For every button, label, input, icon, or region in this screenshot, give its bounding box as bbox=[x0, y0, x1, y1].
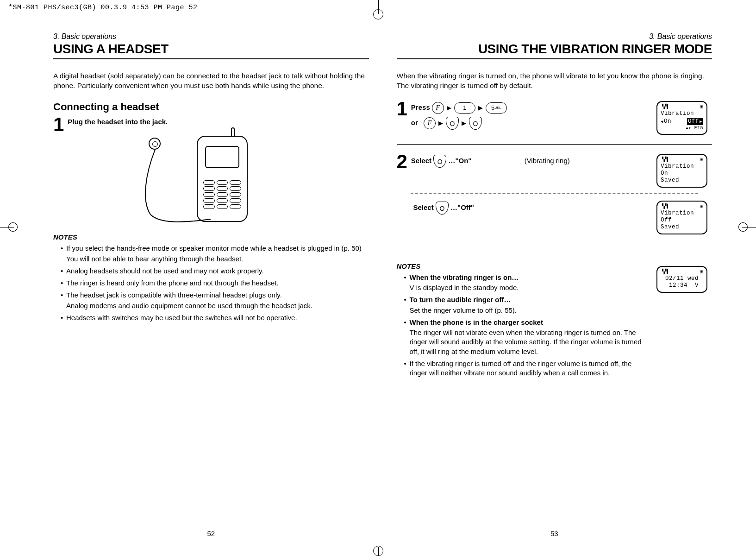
signal-icon: ▝▞▌ bbox=[661, 204, 670, 209]
note-item: The ringer is heard only from the phone … bbox=[61, 278, 369, 288]
note-bold: To turn the audible ringer off… bbox=[410, 296, 511, 303]
lcd-option-off: Off bbox=[687, 118, 703, 125]
chapter-label-left: 3. Basic operations bbox=[53, 32, 369, 41]
key-o-nav-icon: O bbox=[469, 117, 482, 130]
lcd-vibration-select: ▝▞▌▣ Vibration On Off ▲▾ F15 bbox=[656, 101, 707, 135]
lcd-line: 12:34 V bbox=[661, 282, 703, 289]
page-spread: 3. Basic operations USING A HEADSET A di… bbox=[39, 32, 726, 519]
chapter-label-right: 3. Basic operations bbox=[397, 32, 712, 41]
note-item: Analog headsets should not be used and m… bbox=[61, 266, 369, 276]
signal-icon: ▝▞▌ bbox=[661, 157, 670, 163]
note-detail: You will not be able to hear anything th… bbox=[66, 254, 369, 264]
lcd-line: Vibration bbox=[661, 110, 703, 117]
lcd-line: Off bbox=[661, 217, 703, 224]
lcd-line: Saved bbox=[661, 177, 703, 184]
page-number-left: 52 bbox=[207, 530, 215, 537]
battery-icon: ▣ bbox=[700, 104, 703, 110]
step-number: 1 bbox=[397, 101, 407, 117]
key-o-m-icon: O bbox=[436, 202, 449, 215]
note-item: When the vibrating ringer is on… V is di… bbox=[404, 273, 648, 293]
select-label: Select bbox=[413, 203, 434, 211]
note-detail: Set the ringer volume to off (p. 55). bbox=[410, 306, 648, 315]
notes-list-left: If you select the hands-free mode or spe… bbox=[53, 244, 369, 322]
lcd-line: 02/11 wed bbox=[661, 275, 703, 282]
note-item: The headset jack is compatible with thre… bbox=[61, 291, 369, 310]
key-1-icon: 1 bbox=[454, 102, 475, 114]
signal-icon: ▝▞▌ bbox=[661, 104, 670, 110]
subheading-left: Connecting a headset bbox=[53, 101, 369, 113]
arrow-right-icon: ▶ bbox=[478, 104, 483, 111]
updown-icon: ▲▾ bbox=[686, 126, 691, 131]
step-2-off: Select O …"Off" ▝▞▌▣ Vibration Off Saved bbox=[413, 201, 712, 234]
page-52: 3. Basic operations USING A HEADSET A di… bbox=[39, 32, 383, 519]
lcd-standby: ▝▞▌▣ 02/11 wed 12:34 V bbox=[656, 266, 707, 293]
intro-right: When the vibrating ringer is turned on, … bbox=[397, 71, 712, 91]
arrow-right-icon: ▶ bbox=[462, 120, 466, 126]
step-2-on: 2 Select O …"On" (Vibrating ring) ▝▞▌▣ V… bbox=[397, 154, 712, 188]
page-title-right: USING THE VIBRATION RINGER MODE bbox=[397, 42, 712, 59]
key-f-icon: F bbox=[432, 102, 444, 114]
notes-heading-left: NOTES bbox=[53, 233, 369, 241]
battery-icon: ▣ bbox=[700, 204, 703, 209]
lcd-option-on: On bbox=[661, 118, 671, 125]
note-item: If you select the hands-free mode or spe… bbox=[61, 244, 369, 264]
lcd-line: Vibration bbox=[661, 163, 703, 170]
lcd-vibration-off-saved: ▝▞▌▣ Vibration Off Saved bbox=[656, 201, 707, 234]
press-label: Press bbox=[411, 103, 430, 111]
crop-mark-top bbox=[369, 0, 387, 19]
divider bbox=[397, 144, 712, 145]
note-item: Headsets with switches may be used but t… bbox=[61, 313, 369, 322]
on-text: …"On" bbox=[448, 157, 471, 164]
print-header: *SM-801 PHS/sec3(GB) 00.3.9 4:53 PM Page… bbox=[8, 4, 198, 12]
page-title-left: USING A HEADSET bbox=[53, 42, 369, 59]
key-o-icon: O bbox=[433, 155, 446, 168]
note-detail: V is displayed in the standby mode. bbox=[410, 283, 648, 292]
battery-icon: ▣ bbox=[700, 269, 703, 275]
crop-mark-bottom bbox=[369, 542, 387, 556]
note-text: The headset jack is compatible with thre… bbox=[66, 291, 282, 299]
key-f-icon: F bbox=[424, 117, 436, 129]
arrow-right-icon: ▶ bbox=[438, 120, 443, 126]
dashed-divider bbox=[411, 193, 699, 194]
lcd-line: Vibration bbox=[661, 210, 703, 217]
key-o-m-icon: O bbox=[446, 117, 459, 130]
lcd-line: Saved bbox=[661, 224, 703, 231]
note-detail: Analog modems and audio equipment cannot… bbox=[66, 301, 369, 310]
signal-icon: ▝▞▌ bbox=[661, 269, 670, 275]
note-item: When the phone is in the charger socket … bbox=[404, 318, 648, 356]
crop-mark-right bbox=[737, 218, 756, 236]
note-detail: The ringer will not vibrate even when th… bbox=[410, 328, 648, 356]
page-number-right: 53 bbox=[550, 530, 558, 537]
battery-icon: ▣ bbox=[700, 157, 703, 163]
or-label: or bbox=[411, 119, 418, 126]
step-number: 1 bbox=[53, 117, 64, 133]
lcd-vibration-on-saved: ▝▞▌▣ Vibration On Saved bbox=[656, 154, 707, 188]
note-bold: When the phone is in the charger socket bbox=[410, 318, 543, 326]
step-number: 2 bbox=[397, 154, 407, 170]
vibrating-ring-label: (Vibrating ring) bbox=[525, 157, 570, 164]
page-53: 3. Basic operations USING THE VIBRATION … bbox=[383, 32, 726, 519]
key-5-icon: 5JKL bbox=[486, 102, 507, 114]
note-text: If you select the hands-free mode or spe… bbox=[66, 244, 362, 252]
note-bold: When the vibrating ringer is on… bbox=[410, 273, 519, 281]
step-1-left: 1 Plug the headset into the jack. bbox=[53, 117, 369, 133]
crop-mark-left bbox=[0, 218, 19, 236]
notes-list-right: When the vibrating ringer is on… V is di… bbox=[397, 273, 648, 378]
select-label: Select bbox=[411, 157, 431, 164]
step-1-right: 1 Press F ▶ 1 ▶ 5JKL bbox=[397, 101, 712, 135]
phone-headset-illustration bbox=[113, 136, 262, 224]
intro-left: A digital headset (sold separately) can … bbox=[53, 71, 369, 91]
step-label: Plug the headset into the jack. bbox=[68, 118, 168, 126]
note-item: To turn the audible ringer off… Set the … bbox=[404, 295, 648, 315]
arrow-right-icon: ▶ bbox=[447, 104, 451, 111]
lcd-line: On bbox=[661, 170, 703, 177]
off-text: …"Off" bbox=[450, 203, 474, 211]
lcd-foot: F15 bbox=[694, 126, 703, 131]
notes-heading-right: NOTES bbox=[397, 262, 648, 270]
note-item: If the vibrating ringer is turned off an… bbox=[404, 359, 648, 378]
